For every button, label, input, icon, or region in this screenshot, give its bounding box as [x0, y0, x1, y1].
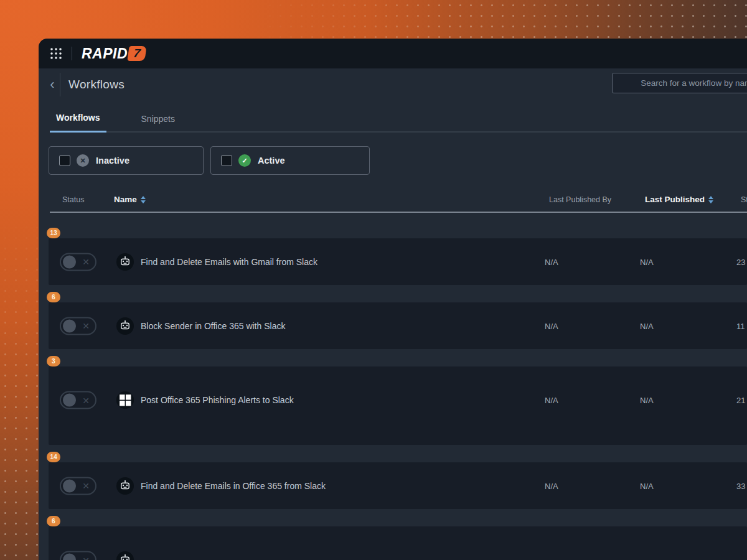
- robot-icon: [116, 253, 134, 271]
- last-published-value: N/A: [640, 481, 654, 490]
- last-published-by-value: N/A: [545, 321, 558, 330]
- logo-seven-icon: 7: [127, 46, 146, 61]
- activate-toggle[interactable]: ✕: [60, 253, 96, 271]
- run-count-badge: 13: [47, 228, 60, 238]
- steps-value: 11: [736, 321, 745, 330]
- col-steps: Steps: [741, 195, 747, 204]
- col-status: Status: [62, 195, 84, 204]
- workflow-name[interactable]: Find and Delete Emails with Gmail from S…: [141, 257, 317, 267]
- inactive-checkbox[interactable]: [59, 155, 70, 166]
- workflow-search-input[interactable]: [612, 73, 747, 93]
- workflow-row: 3 ✕ Post Office 365 Phishing Alerts to S…: [39, 355, 747, 445]
- tab-snippets[interactable]: Snippets: [135, 114, 181, 133]
- tab-bar: Workflows Snippets: [50, 101, 747, 133]
- workflow-list: 13 ✕ Find and Delete Emails with Gmail f…: [39, 213, 747, 560]
- last-published-value: N/A: [640, 396, 654, 405]
- last-published-value: N/A: [640, 321, 654, 330]
- windows-icon: [116, 391, 134, 409]
- steps-value: 23: [736, 257, 745, 266]
- workflow-card[interactable]: ✕ Post Office 365 Phishing Alerts to Sla…: [49, 366, 747, 445]
- page-title: Workflows: [68, 78, 125, 91]
- last-published-by-value: N/A: [545, 257, 558, 266]
- sort-icon-last-published[interactable]: [708, 196, 713, 203]
- filter-active[interactable]: ✓ Active: [210, 146, 370, 175]
- workflow-name[interactable]: Find and Delete Emails in Office 365 fro…: [141, 481, 326, 491]
- page-header: ‹ Workflows: [39, 68, 747, 101]
- workflow-name[interactable]: Block Sender in Office 365 with Slack: [141, 321, 285, 331]
- tab-workflows[interactable]: Workflows: [50, 113, 106, 133]
- workflow-card[interactable]: ✕ Block Sender in Office 365 with Slack …: [49, 302, 747, 349]
- filter-inactive[interactable]: ✕ Inactive: [49, 146, 204, 175]
- run-count-badge: 3: [47, 356, 60, 366]
- col-last-published[interactable]: Last Published: [645, 195, 713, 204]
- col-name[interactable]: Name: [114, 195, 146, 204]
- workflow-card[interactable]: ✕ Find and Delete Emails in Office 365 f…: [49, 462, 747, 509]
- sort-icon-name[interactable]: [141, 196, 146, 203]
- app-launcher-icon[interactable]: [50, 47, 62, 60]
- activate-toggle[interactable]: ✕: [60, 317, 96, 335]
- run-count-badge: 6: [47, 516, 60, 526]
- activate-toggle[interactable]: ✕: [60, 477, 96, 495]
- top-app-bar: RAPID 7: [39, 39, 747, 68]
- workflow-row: 13 ✕ Find and Delete Emails with Gmail f…: [39, 226, 747, 285]
- inactive-status-icon: ✕: [77, 154, 89, 167]
- col-last-published-label: Last Published: [645, 195, 705, 204]
- run-count-badge: 14: [47, 452, 60, 462]
- robot-icon: [116, 551, 134, 560]
- workflow-card[interactable]: ✕: [49, 526, 747, 560]
- title-divider: [60, 73, 60, 96]
- table-header: Status Name Last Published By Last Publi…: [50, 174, 747, 213]
- last-published-by-value: N/A: [545, 481, 558, 490]
- workflow-name[interactable]: Post Office 365 Phishing Alerts to Slack: [141, 395, 294, 405]
- robot-icon: [116, 477, 134, 495]
- active-status-icon: ✓: [238, 154, 251, 167]
- activate-toggle[interactable]: ✕: [60, 551, 96, 560]
- back-chevron-icon[interactable]: ‹: [46, 78, 59, 91]
- filter-bar: ✕ Inactive ✓ Active: [49, 146, 370, 175]
- active-checkbox[interactable]: [221, 155, 232, 166]
- inactive-label: Inactive: [96, 156, 129, 166]
- steps-value: 21: [736, 396, 745, 405]
- active-label: Active: [258, 156, 285, 166]
- workflow-row: 14 ✕ Find and Delete Emails in Office 36…: [39, 450, 747, 509]
- last-published-value: N/A: [640, 257, 654, 266]
- rapid7-logo: RAPID 7: [82, 45, 146, 62]
- workflow-card[interactable]: ✕ Find and Delete Emails with Gmail from…: [49, 238, 747, 285]
- logo-text: RAPID: [82, 45, 128, 62]
- workflow-row: 6 ✕: [39, 515, 747, 560]
- steps-value: 33: [736, 481, 745, 490]
- activate-toggle[interactable]: ✕: [60, 391, 96, 409]
- run-count-badge: 6: [47, 292, 60, 302]
- workflow-row: 6 ✕ Block Sender in Office 365 with Slac…: [39, 291, 747, 349]
- app-window: RAPID 7 ‹ Workflows Workflows Snippets ✕…: [39, 39, 747, 560]
- topbar-divider: [72, 47, 72, 60]
- last-published-by-value: N/A: [545, 396, 558, 405]
- col-name-label: Name: [114, 195, 137, 204]
- robot-icon: [116, 317, 134, 335]
- col-last-published-by: Last Published By: [549, 195, 611, 204]
